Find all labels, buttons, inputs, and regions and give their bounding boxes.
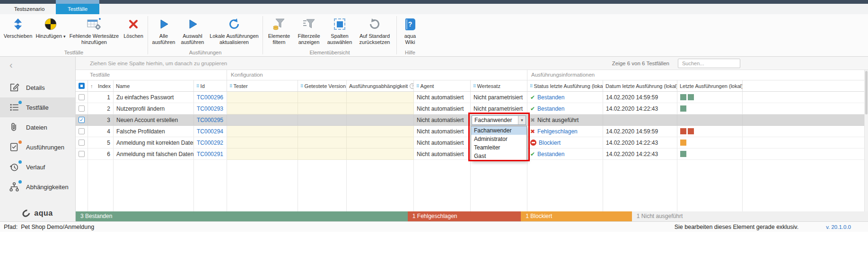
dropdown-option[interactable]: Gast: [471, 152, 526, 160]
history-square: [688, 94, 694, 100]
testcase-id-link[interactable]: TC000295: [197, 117, 223, 123]
dropdown-option[interactable]: Fachanwender: [471, 126, 526, 135]
search-box: [678, 59, 740, 68]
fehlende-wertesaetze-button[interactable]: Fehlende Wertesätze hinzufügen: [67, 14, 121, 45]
cell-ausfuehrungsabhaengigkeit[interactable]: [347, 126, 414, 137]
sidebar-item-testfaelle[interactable]: Testfälle: [0, 97, 75, 117]
loeschen-button[interactable]: Löschen: [121, 14, 146, 39]
column-drag-icon: ⠿: [530, 84, 533, 88]
cell-getestete-version[interactable]: [298, 114, 347, 126]
select-columns-icon: [334, 17, 345, 32]
cell-tester[interactable]: [227, 103, 298, 114]
row-checkbox[interactable]: [79, 105, 85, 112]
row-checkbox-checked[interactable]: ✓: [79, 117, 85, 123]
cell-tester[interactable]: [227, 126, 298, 137]
cell-name: Anmeldung mit falschen Daten: [114, 149, 194, 160]
column-header-agent[interactable]: ⠿ Agent: [414, 80, 471, 91]
cell-ausfuehrungsabhaengigkeit[interactable]: [347, 92, 414, 103]
cell-name: Neuen Account erstellen: [114, 114, 194, 126]
row-checkbox[interactable]: [79, 94, 85, 100]
cell-ausfuehrungsabhaengigkeit[interactable]: [347, 114, 414, 126]
row-checkbox[interactable]: [79, 151, 85, 157]
status-link[interactable]: Bestanden: [537, 151, 564, 157]
dropdown-option[interactable]: Administrator: [471, 135, 526, 143]
band-konfiguration: Konfiguration: [227, 70, 527, 80]
delete-icon: [128, 17, 139, 32]
cell-wertesatz: Fachanwender ▾: [471, 114, 527, 126]
cell-getestete-version[interactable]: [298, 137, 347, 149]
cell-tester[interactable]: [227, 114, 298, 126]
vertical-scrollbar[interactable]: [864, 70, 868, 211]
status-link[interactable]: Bestanden: [537, 105, 564, 112]
elemente-filtern-button[interactable]: Elemente filtern: [265, 14, 293, 45]
column-header-datum[interactable]: Datum letzte Ausführung (lokal): [603, 80, 677, 91]
column-header-index[interactable]: ↑ Index: [88, 80, 114, 91]
testcase-id-link[interactable]: TC000293: [197, 105, 223, 112]
cell-datum: 14.02.2020 14:59:59: [603, 92, 677, 103]
column-header-ausfuehrungsabhaengigkeit[interactable]: Ausführungsabhängigkeit ?: [347, 80, 414, 91]
cell-tester[interactable]: [227, 137, 298, 149]
sidebar-item-dateien[interactable]: Dateien: [0, 117, 75, 137]
search-input[interactable]: [682, 61, 749, 66]
sidebar-item-ausfuehrungen[interactable]: Ausführungen: [0, 137, 75, 157]
sidebar-item-details[interactable]: Details: [0, 78, 75, 97]
edit-icon: [9, 82, 20, 93]
dropdown-option[interactable]: Teamleiter: [471, 143, 526, 152]
auswahl-ausfuehren-button[interactable]: Auswahl ausführen: [177, 14, 208, 45]
tab-testfaelle[interactable]: Testfälle: [56, 0, 99, 14]
status-link[interactable]: Blockiert: [539, 140, 561, 146]
cell-getestete-version[interactable]: [298, 103, 347, 114]
standard-zuruecksetzen-button[interactable]: Auf Standard zurücksetzen: [355, 14, 395, 45]
cell-ausfuehrungsabhaengigkeit[interactable]: [347, 149, 414, 160]
aqua-wiki-button[interactable]: ? aqua Wiki: [399, 14, 421, 45]
column-header-getestete-version[interactable]: ⠿ Getestete Version: [298, 80, 347, 91]
ribbon-group-label: Elementübersicht: [263, 50, 396, 55]
column-header-name[interactable]: Name: [114, 80, 194, 91]
cell-getestete-version[interactable]: [298, 126, 347, 137]
sidebar-collapse-chevron[interactable]: ‹: [0, 57, 75, 73]
column-header-wertesatz[interactable]: ⠿ Wertesatz: [471, 80, 527, 91]
refresh-icon: [228, 17, 240, 32]
column-header-id[interactable]: ⠿ Id: [194, 80, 227, 91]
spalten-auswaehlen-button[interactable]: Spalten auswählen: [324, 14, 355, 45]
cell-getestete-version[interactable]: [298, 92, 347, 103]
scrollbar-thumb[interactable]: [865, 71, 868, 114]
testcase-id-link[interactable]: TC000291: [197, 151, 223, 157]
sidebar-item-abhaengigkeiten[interactable]: Abhängigkeiten: [0, 177, 75, 197]
execution-history: [677, 149, 743, 160]
lokale-aktualisieren-button[interactable]: Lokale Ausführungen aktualisieren: [208, 14, 261, 45]
run-all-icon: [158, 17, 169, 32]
tab-testszenario[interactable]: Testszenario: [4, 4, 55, 14]
footer-path: Pfad: Pet Shop Demo/Anmeldung: [4, 222, 94, 232]
combobox-dropdown-button[interactable]: ▾: [518, 116, 526, 124]
filterzeile-button[interactable]: Filterzeile anzeigen: [293, 14, 324, 45]
hinzufuegen-button[interactable]: Hinzufügen▾: [34, 14, 67, 39]
cell-ausfuehrungsabhaengigkeit[interactable]: [347, 137, 414, 149]
cell-index: 6: [88, 149, 114, 160]
column-header-letzte-ausfuehrungen[interactable]: Letzte Ausführungen (lokal): [677, 80, 743, 91]
notification-badge: [18, 160, 22, 164]
alle-ausfuehren-button[interactable]: Alle ausführen: [150, 14, 177, 45]
wertesatz-combobox[interactable]: Fachanwender ▾: [472, 115, 526, 125]
cell-ausfuehrungsabhaengigkeit[interactable]: [347, 103, 414, 114]
select-all-checkbox[interactable]: [79, 83, 85, 89]
verschieben-button[interactable]: Verschieben: [2, 14, 34, 39]
cell-getestete-version[interactable]: [298, 149, 347, 160]
testcase-id-link[interactable]: TC000294: [197, 128, 223, 135]
column-header-status[interactable]: ⠿ Status letzte Ausführung (lokal): [527, 80, 603, 91]
row-checkbox[interactable]: [79, 140, 85, 146]
status-link[interactable]: Bestanden: [537, 94, 564, 101]
row-checkbox[interactable]: [79, 128, 85, 134]
testcase-id-link[interactable]: TC000296: [197, 94, 223, 101]
result-count: Zeige 6 von 6 Testfällen: [612, 57, 669, 70]
cell-tester[interactable]: [227, 149, 298, 160]
testcase-id-link[interactable]: TC000292: [197, 140, 223, 146]
cell-status: ✖ Nicht ausgeführt: [527, 114, 603, 126]
column-header-tester[interactable]: ⠿ Tester: [227, 80, 298, 91]
list-icon: [9, 102, 20, 113]
cell-wertesatz: Nicht parametrisiert: [471, 103, 527, 114]
status-link[interactable]: Fehlgeschlagen: [537, 128, 578, 135]
cell-index: 5: [88, 137, 114, 149]
cell-tester[interactable]: [227, 92, 298, 103]
sidebar-item-verlauf[interactable]: Verlauf: [0, 157, 75, 177]
